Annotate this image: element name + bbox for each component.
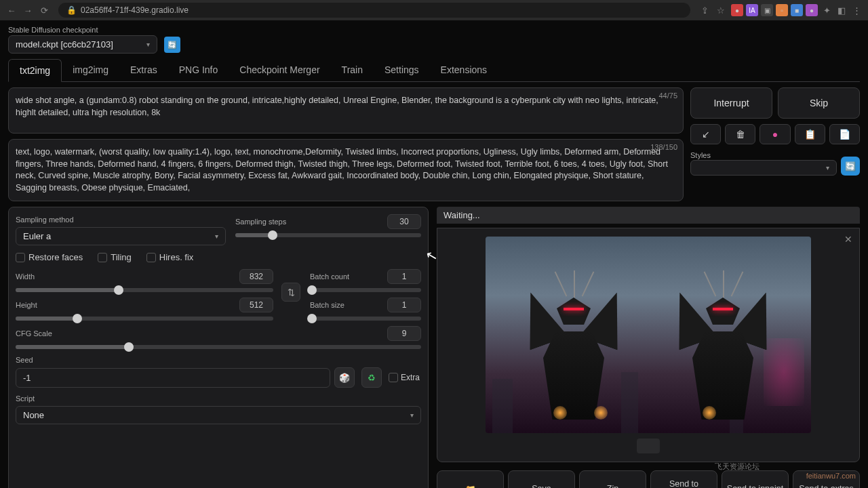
zip-button[interactable]: Zip	[579, 470, 646, 488]
prompt-textarea[interactable]: 44/75 wide shot angle, a (gundam:0.8) ro…	[8, 87, 684, 134]
tab-train[interactable]: Train	[331, 59, 374, 81]
apply-style-button[interactable]: 🔄	[841, 157, 860, 176]
style-button[interactable]: ●	[760, 124, 790, 144]
generated-image[interactable]	[486, 237, 811, 433]
main-tabs: txt2img img2img Extras PNG Info Checkpoi…	[8, 59, 860, 82]
chevron-down-icon: ▾	[215, 232, 218, 240]
panel-icon[interactable]: ◧	[835, 4, 848, 16]
checkpoint-label: Stable Diffusion checkpoint	[8, 26, 157, 34]
save-button[interactable]: Save	[508, 470, 575, 488]
tiling-checkbox[interactable]: Tiling	[98, 252, 132, 262]
ext-icon-4[interactable]: ▫	[776, 4, 788, 16]
clipboard-button[interactable]: 📋	[795, 124, 825, 144]
ext-icon-1[interactable]: ●	[731, 4, 743, 16]
ext-icon-3[interactable]: ▣	[761, 4, 773, 16]
back-button[interactable]: ←	[5, 4, 18, 16]
checkpoint-select[interactable]: model.ckpt [cc6cb27103] ▾	[8, 35, 157, 54]
batch-size-label: Batch size	[310, 301, 344, 309]
tab-settings[interactable]: Settings	[374, 59, 430, 81]
reload-button[interactable]: ⟳	[38, 4, 50, 16]
restore-faces-checkbox[interactable]: Restore faces	[16, 252, 83, 262]
ext-icon-2[interactable]: IA	[746, 4, 758, 16]
tab-pnginfo[interactable]: PNG Info	[168, 59, 229, 81]
width-slider[interactable]	[16, 288, 273, 292]
batch-count-value[interactable]: 1	[387, 269, 421, 284]
random-seed-button[interactable]: 🎲	[334, 367, 355, 388]
forward-button[interactable]: →	[22, 4, 34, 16]
sampling-steps-label: Sampling steps	[235, 218, 286, 226]
seed-input[interactable]: -1	[16, 368, 330, 388]
trash-button[interactable]: 🗑	[725, 124, 755, 144]
watermark-text-1: 飞天资源论坛	[715, 462, 760, 472]
chevron-down-icon: ▾	[410, 411, 414, 419]
script-select[interactable]: None ▾	[16, 406, 421, 424]
prompt-token-count: 44/75	[658, 91, 677, 101]
width-value[interactable]: 832	[239, 269, 273, 284]
reuse-seed-button[interactable]: ♻	[361, 367, 382, 388]
send-to-inpaint-button[interactable]: Send to inpaint	[722, 470, 789, 488]
batch-size-value[interactable]: 1	[387, 298, 421, 312]
star-icon[interactable]: ☆	[715, 4, 727, 16]
ext-icon-5[interactable]: ■	[791, 4, 803, 16]
batch-count-slider[interactable]	[310, 288, 421, 292]
chevron-down-icon: ▾	[826, 164, 829, 171]
tab-extensions[interactable]: Extensions	[430, 59, 498, 81]
url-bar[interactable]: 🔒 02a56ff4-71ff-439e.gradio.live	[58, 3, 690, 18]
tab-extras[interactable]: Extras	[119, 59, 168, 81]
paste-button[interactable]: 📄	[829, 124, 860, 144]
sampling-steps-slider[interactable]	[235, 233, 421, 237]
cfg-scale-label: CFG Scale	[16, 329, 52, 338]
sampling-method-select[interactable]: Euler a ▾	[16, 227, 226, 245]
tab-checkpoint-merger[interactable]: Checkpoint Merger	[229, 59, 330, 81]
skip-button[interactable]: Skip	[778, 87, 860, 119]
thumbnail[interactable]	[637, 439, 660, 453]
chevron-down-icon: ▾	[146, 41, 150, 48]
extensions-icon[interactable]: ✦	[821, 4, 833, 16]
height-value[interactable]: 512	[239, 298, 273, 312]
arrow-tool-button[interactable]: ↙	[690, 124, 721, 144]
height-slider[interactable]	[16, 317, 273, 321]
browser-toolbar: ← → ⟳ 🔒 02a56ff4-71ff-439e.gradio.live ⇪…	[0, 0, 868, 20]
output-image-container: ✕	[437, 228, 860, 462]
seed-label: Seed	[16, 356, 33, 364]
refresh-checkpoint-button[interactable]: 🔄	[164, 37, 180, 53]
sampling-steps-value[interactable]: 30	[387, 214, 421, 229]
swap-dimensions-button[interactable]: ⇅	[281, 283, 300, 302]
sampling-method-label: Sampling method	[16, 216, 74, 224]
send-to-img2img-button[interactable]: Send to img2img	[650, 470, 717, 488]
negative-prompt-textarea[interactable]: 138/150 text, logo, watermark, (worst qu…	[8, 139, 684, 201]
watermark-text-2: feitianwu7.com	[806, 472, 856, 480]
interrupt-button[interactable]: Interrupt	[690, 87, 772, 119]
status-text: Waiting...	[437, 207, 860, 224]
ext-icon-6[interactable]: ●	[806, 4, 818, 16]
batch-size-slider[interactable]	[310, 317, 421, 321]
open-folder-button[interactable]: 📁	[437, 470, 504, 488]
extension-icons: ● IA ▣ ▫ ■ ● ✦ ◧ ⋮	[731, 4, 863, 16]
cfg-scale-value[interactable]: 9	[387, 326, 421, 341]
width-label: Width	[16, 272, 35, 281]
menu-icon[interactable]: ⋮	[850, 4, 863, 16]
hires-fix-checkbox[interactable]: Hires. fix	[146, 252, 194, 262]
tab-img2img[interactable]: img2img	[62, 59, 119, 81]
neg-prompt-token-count: 138/150	[650, 142, 677, 152]
share-icon[interactable]: ⇪	[698, 4, 711, 16]
batch-count-label: Batch count	[310, 272, 349, 281]
styles-select[interactable]: ▾	[690, 160, 837, 176]
cfg-scale-slider[interactable]	[16, 345, 421, 349]
output-panel: Waiting... ✕	[437, 207, 860, 488]
script-label: Script	[16, 394, 35, 403]
height-label: Height	[16, 301, 37, 309]
tab-txt2img[interactable]: txt2img	[8, 59, 62, 82]
seed-extra-checkbox[interactable]: Extra	[389, 373, 421, 382]
generation-settings: Sampling method Euler a ▾ Sampling steps…	[8, 207, 429, 488]
close-icon[interactable]: ✕	[844, 234, 852, 245]
styles-label: Styles	[690, 151, 711, 159]
